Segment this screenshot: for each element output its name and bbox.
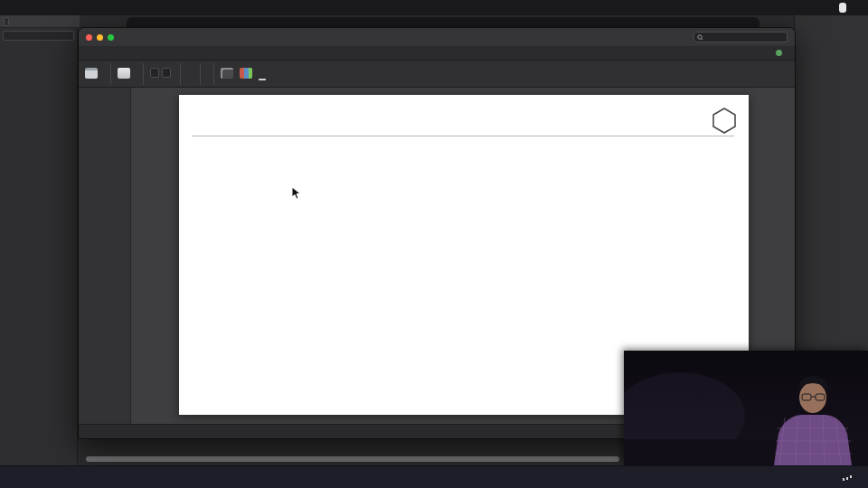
quick-styles-button[interactable] [240,68,252,80]
browser-search-field[interactable] [3,31,74,41]
ribbon-divider [110,63,111,85]
ribbon-tabs-row [79,46,795,61]
shape-format-group [259,68,268,80]
new-slide-icon [118,68,130,79]
arrange-button[interactable] [221,68,233,80]
font-name-select[interactable] [150,68,159,78]
browser-section-places [0,50,77,53]
system-tray [836,466,859,488]
search-icon [697,34,703,41]
ribbon [79,61,795,88]
word-count-widget[interactable] [839,3,846,13]
close-button[interactable] [86,34,92,41]
network-icon[interactable] [843,474,853,482]
fill-color-chip [259,68,266,75]
font-group [150,67,174,81]
share-person-icon [776,50,782,56]
ribbon-divider [180,63,181,85]
paste-icon [85,68,98,79]
document-search-box[interactable] [693,32,788,42]
ribbon-divider [143,63,144,85]
font-size-select[interactable] [162,68,171,78]
search-input[interactable] [704,34,784,41]
fullscreen-button[interactable] [108,34,114,41]
paste-button[interactable] [85,68,98,80]
menubar-status-area [839,3,859,13]
windows-taskbar [0,465,868,488]
window-titlebar [79,28,795,46]
webcam-overlay [624,351,868,465]
shape-fill-button[interactable] [259,68,268,75]
ribbon-divider [200,63,201,85]
ribbon-divider [213,63,214,85]
macos-menubar [0,0,868,15]
ableton-browser-sidebar [0,28,78,465]
help-panel-toolbar [795,15,868,24]
help-panel-text [795,24,868,62]
mouse-cursor [291,186,301,201]
shape-outline-button[interactable] [259,76,268,80]
link-button[interactable] [4,17,9,26]
share-button[interactable] [776,50,788,56]
minimize-button[interactable] [97,34,103,41]
screen [0,0,868,488]
outline-color-chip [259,76,266,80]
slide-thumbnail-panel [79,88,131,424]
background-scrollbar [86,456,619,462]
ableton-transport-bar [0,15,80,28]
arrange-icon [221,68,233,79]
webcam-video [624,351,868,465]
quick-styles-icon [240,68,252,79]
new-slide-button[interactable] [118,68,130,80]
